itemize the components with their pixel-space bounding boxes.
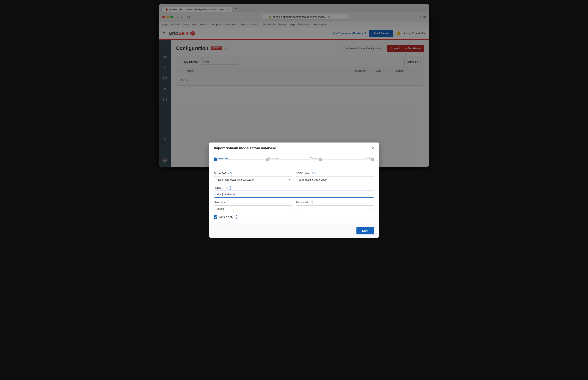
modal-title: Import domain models from database [214,146,276,150]
step-dots-row [214,158,374,161]
wizard-header: Connection Schemas Tables Options [209,154,379,161]
step-dot-options [371,158,374,161]
wizard-spacer [209,161,379,167]
step-items: Connection Schemas Tables Options [214,157,374,161]
modal-overlay: Import domain models from database × Con… [0,0,588,171]
step-connector-3 [322,159,371,160]
modal-body: Driver JAR: ? mysql-connector-java-8.0.1… [209,167,379,171]
step-dot-tables [319,158,322,161]
step-dot-schemas [266,158,269,161]
step-dot-connection [214,158,217,161]
modal-close-button[interactable]: × [372,146,374,150]
modal: Import domain models from database × Con… [209,143,379,171]
modal-header: Import domain models from database × [209,143,379,154]
step-connector-2 [269,159,319,160]
step-connector-1 [217,159,266,160]
